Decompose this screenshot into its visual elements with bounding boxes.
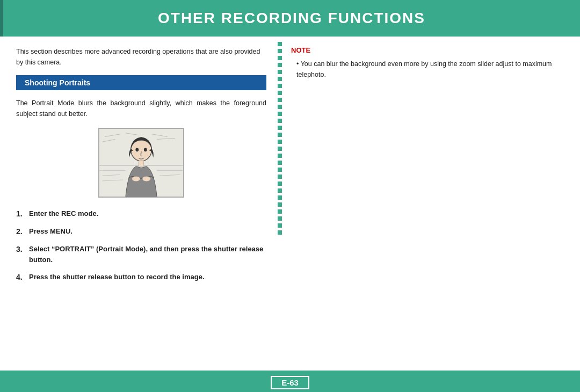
page-number: E-63: [271, 376, 309, 389]
step-3: 3. Select “PORTRAIT” (Portrait Mode), an…: [16, 244, 266, 265]
main-content: This section describes more advanced rec…: [0, 37, 580, 366]
step-1-number: 1.: [16, 208, 26, 220]
step-2: 2. Press MENU.: [16, 226, 266, 237]
section-title-bar: Shooting Portraits: [16, 75, 266, 90]
step-3-number: 3.: [16, 244, 26, 255]
step-2-number: 2.: [16, 226, 26, 237]
note-text: You can blur the background even more by…: [291, 59, 564, 80]
page-header: OTHER RECORDING FUNCTIONS: [0, 0, 580, 37]
left-column: This section describes more advanced rec…: [0, 37, 279, 366]
svg-rect-15: [139, 160, 144, 166]
step-4-number: 4.: [16, 272, 26, 283]
page-title: OTHER RECORDING FUNCTIONS: [158, 10, 425, 26]
step-3-text: Select “PORTRAIT” (Portrait Mode), and t…: [29, 244, 266, 265]
steps-list: 1. Enter the REC mode. 2. Press MENU. 3.…: [16, 208, 266, 283]
step-4-text: Press the shutter release button to reco…: [29, 272, 205, 282]
note-label: NOTE: [291, 46, 564, 54]
svg-point-17: [142, 176, 151, 182]
right-column: NOTE You can blur the background even mo…: [280, 37, 580, 366]
step-1-text: Enter the REC mode.: [29, 208, 98, 219]
description-paragraph: The Portrait Mode blurs the background s…: [16, 98, 266, 119]
svg-point-16: [132, 176, 141, 182]
step-2-text: Press MENU.: [29, 226, 73, 237]
step-1: 1. Enter the REC mode.: [16, 208, 266, 220]
section-title: Shooting Portraits: [25, 78, 90, 87]
portrait-illustration: [98, 128, 184, 198]
svg-point-13: [135, 148, 139, 151]
footer-bar: E-63: [0, 373, 580, 392]
intro-paragraph: This section describes more advanced rec…: [16, 46, 266, 68]
step-4: 4. Press the shutter release button to r…: [16, 272, 266, 283]
svg-point-14: [144, 148, 147, 151]
